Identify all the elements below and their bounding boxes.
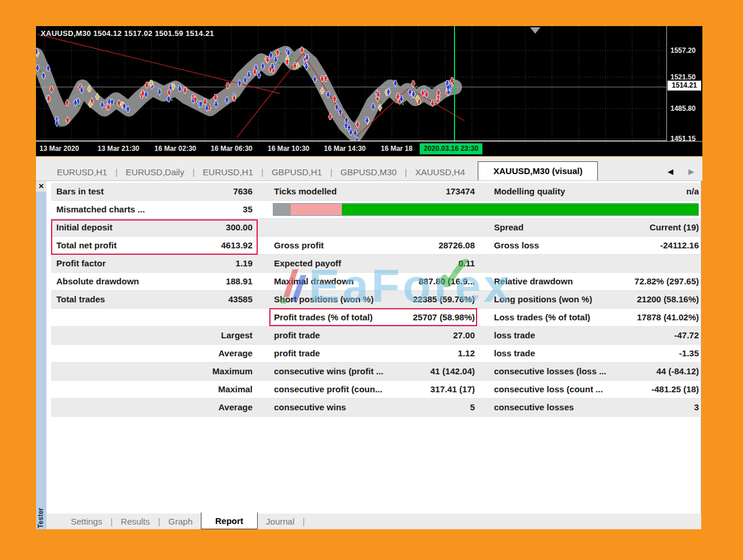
report-value: 22385 (59.76%) [353,291,475,308]
report-row: Largestprofit trade27.00loss trade-47.72 [51,327,700,345]
chart-tab-xauusd-h4[interactable]: XAUUSD,H4 [408,164,472,180]
time-tick-label: 13 Mar 2020 [39,144,79,153]
report-value: -24112.16 [594,237,699,254]
report-row: Bars in test7636Ticks modelled173474Mode… [51,183,700,201]
report-value: 35 [136,201,253,218]
price-tick-label: 1485.80 [670,104,695,113]
tester-tab-bar: Settings|Results|GraphReportJournal| [46,514,701,529]
tab-separator: | [403,164,408,180]
quality-bar-segment [291,204,342,215]
report-row: Maximumconsecutive wins (profit ...41 (1… [51,363,700,381]
report-value: -47.72 [594,327,699,344]
report-value: 4613.92 [136,237,253,254]
chart-tab-gbpusd-m30[interactable]: GBPUSD,M30 [334,164,404,180]
price-axis: 1557.201521.501485.801451.151514.21 [666,26,703,141]
report-value: 41 (142.04) [353,363,475,380]
price-tick-label: 1557.20 [670,46,695,55]
time-tick-label: 16 Mar 10:30 [268,144,309,153]
time-tick-label: 16 Mar 02:30 [154,144,196,153]
time-tick-label: 16 Mar 06:30 [211,144,253,153]
report-row: Profit trades (% of total)25707 (58.98%)… [51,309,700,327]
report-row: Profit factor1.19Expected payoff0.11 [51,255,700,273]
report-value: 21200 (58.16%) [594,291,699,308]
time-tick-label: 13 Mar 21:30 [98,144,139,153]
chart-tab-gbpusd-h1[interactable]: GBPUSD,H1 [265,164,329,180]
tester-tab-journal[interactable]: Journal [258,514,302,529]
tester-tab-results[interactable]: Results [113,514,158,529]
report-value: 3 [594,399,699,416]
report-value: 28726.08 [353,237,475,254]
report-value: 27.00 [353,327,475,344]
report-row: Averageconsecutive wins5consecutive loss… [51,399,700,417]
chart-plot[interactable] [36,26,666,141]
report-value: Current (19) [594,219,699,236]
modelling-quality-bar [273,203,699,216]
price-tick-label: 1521.50 [670,73,695,81]
report-value: 887.80 (16.9... [353,273,475,290]
report-value: -1.35 [594,345,699,362]
report-value: 43585 [136,291,253,308]
tab-separator: | [114,164,119,180]
tab-separator: | [191,164,196,180]
report-value: 188.91 [136,273,253,290]
tester-tab-report[interactable]: Report [201,512,258,529]
quality-bar-segment [273,204,291,215]
time-axis: 13 Mar 202013 Mar 21:3016 Mar 02:3016 Ma… [36,141,702,157]
report-row: Maximalconsecutive profit (coun...317.41… [51,381,700,399]
backtest-chart: XAUUSD,M30 1504.12 1517.02 1501.59 1514.… [36,26,702,156]
report-value: 317.41 (17) [353,381,475,398]
report-value: 25707 (58.98%) [353,309,475,326]
tab-separator: | [329,164,334,180]
report-row: Total trades43585Short positions (won %)… [51,291,700,309]
tester-tab-graph[interactable]: Graph [160,514,201,529]
mt4-tester-window: XAUUSD,M30 1504.12 1517.02 1501.59 1514.… [0,0,743,560]
time-tick-label: 16 Mar 18 [381,144,413,153]
tab-scroll-controls: ◀ ▶ [668,167,694,176]
time-tick-label: 16 Mar 14:30 [324,144,366,153]
report-value: 300.00 [136,219,253,236]
report-value: Average [136,399,253,416]
report-value: 44 (-84.12) [594,363,699,380]
report-value: 1.19 [136,255,253,272]
report-value: 17878 (41.02%) [594,309,699,326]
report-value: 0.11 [353,255,475,272]
time-cursor-badge: 2020.03.16 23:30 [420,143,482,154]
report-row: Initial deposit300.00SpreadCurrent (19) [51,219,700,237]
report-value: Largest [136,327,253,344]
report-row: Mismatched charts ...35 [51,201,700,219]
report-row: Absolute drawdown188.91Maximal drawdown8… [51,273,700,291]
tab-separator: | [302,514,305,529]
report-row: Total net profit4613.92Gross profit28726… [51,237,700,255]
chart-tab-xauusd-m30-visual-[interactable]: XAUUSD,M30 (visual) [478,161,598,180]
tester-tab-settings[interactable]: Settings [63,514,110,529]
report-value: 173474 [353,183,475,200]
report-value: Average [136,345,253,362]
report-value: 72.82% (297.65) [594,273,699,290]
report-value: 1.12 [353,345,475,362]
close-panel-button[interactable]: ✕ [36,181,46,192]
report-value: 5 [353,399,475,416]
chart-tab-eurusd-daily[interactable]: EURUSD,Daily [119,164,192,180]
report-row: Averageprofit trade1.12loss trade-1.35 [51,345,700,363]
chart-tab-bar: EURUSD,H1|EURUSD,Daily|EURUSD,H1|GBPUSD,… [36,157,702,181]
report-value: -481.25 (18) [594,381,699,398]
tab-scroll-right-icon[interactable]: ▶ [688,167,694,176]
tester-side-strip: ✕ Tester [36,181,46,529]
chart-tab-eurusd-h1[interactable]: EURUSD,H1 [50,164,114,180]
chart-tab-eurusd-h1[interactable]: EURUSD,H1 [196,164,260,180]
current-price-badge: 1514.21 [668,81,701,91]
tab-separator: | [260,164,265,180]
report-value: n/a [594,183,699,200]
report-value: 7636 [136,183,253,200]
report-panel: EaForex ✓ Bars in test7636Ticks modelled… [46,181,701,514]
quality-bar-segment [342,204,698,215]
close-icon: ✕ [38,182,44,190]
report-value: Maximum [136,363,253,380]
tester-panel-label: Tester [37,508,45,528]
tab-scroll-left-icon[interactable]: ◀ [668,167,673,176]
chart-ohlc-header: XAUUSD,M30 1504.12 1517.02 1501.59 1514.… [41,29,214,38]
report-value: Maximal [136,381,253,398]
